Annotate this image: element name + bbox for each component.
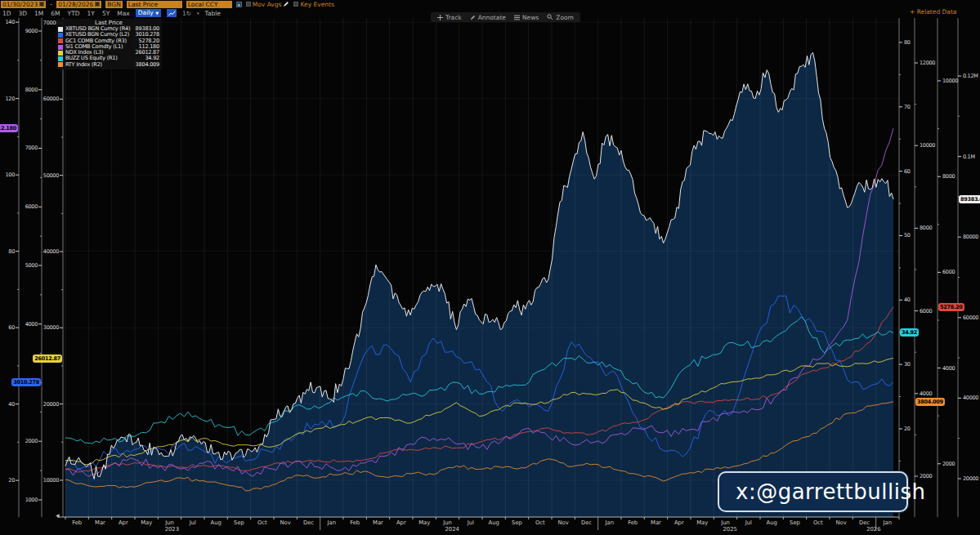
date-range-dash: - [50, 1, 52, 8]
currency-selector[interactable]: Local CCY [186, 1, 232, 8]
axis-tick-label-R4: 40000 [963, 395, 978, 401]
related-data-link[interactable]: + Related Data [910, 8, 956, 16]
mov-avgs-toggle[interactable]: Mov Avgs [246, 1, 290, 8]
axis-tick-label-R2: 8000 [920, 225, 932, 231]
calendar-icon[interactable] [95, 2, 100, 7]
price-source-field[interactable]: BGN [105, 1, 122, 8]
watermark-box: x:@garrettbullish [718, 471, 908, 512]
axis-tick-label-L1: 60 [8, 324, 15, 331]
axis-tick-label-R1: 50 [904, 232, 911, 239]
axis-tick-label-L2: 7000 [25, 145, 38, 151]
axis-tick-label-R2: 10000 [920, 142, 935, 149]
axis-tick-label-R1: 30 [904, 361, 911, 368]
legend-series-value: 3804.009 [136, 62, 159, 68]
end-date-field[interactable]: 01/28/2026 [56, 1, 101, 8]
calendar-icon[interactable] [39, 2, 44, 7]
axis-tick-label-L1: 20 [8, 477, 15, 484]
x-axis-month-label: Nov [280, 519, 291, 526]
news-button[interactable]: News [512, 14, 541, 21]
last-price-label-l1: 112.180 [0, 124, 18, 132]
x-axis-month-label: Jan [328, 519, 336, 526]
period-button-1y[interactable]: 1Y [87, 10, 95, 17]
x-axis-month-label: Nov [558, 519, 569, 526]
last-price-label-l3: 26012.87 [33, 354, 62, 363]
x-axis-month-label: Jan [884, 519, 892, 526]
chart-type-icon[interactable] [167, 9, 177, 17]
period-button-5y[interactable]: 5Y [102, 10, 110, 17]
x-axis-month-label: Jul [190, 519, 196, 526]
axis-tick-label-L3: 50000 [43, 172, 59, 179]
axis-tick-label-R1: 20 [904, 426, 911, 432]
axis-tick-label-L2: 5000 [25, 262, 38, 269]
x-axis-year-label: 2025 [723, 526, 737, 533]
axis-tick-label-R1: 70 [904, 104, 911, 110]
x-axis-month-label: Sep [512, 519, 522, 526]
legend-swatch [58, 62, 63, 67]
period-button-6m[interactable]: 6M [51, 10, 60, 17]
axis-tick-label-R2: 6000 [920, 308, 932, 314]
axis-tick-label-L3: 30000 [43, 324, 59, 331]
key-events-toggle[interactable]: Key Events [293, 1, 333, 8]
axis-tick-label-L1: 100 [5, 172, 15, 178]
mov-avgs-checkbox[interactable] [246, 2, 251, 7]
key-events-checkbox[interactable] [293, 2, 298, 7]
x-axis-month-label: Jun [165, 519, 174, 526]
axis-tick-label-R1: 60 [904, 168, 911, 175]
chart-plot-area[interactable] [0, 0, 980, 535]
x-axis-month-label: Apr [119, 519, 128, 526]
start-date-field[interactable]: 01/30/2023 [1, 1, 46, 8]
x-axis-month-label: Aug [489, 519, 499, 526]
period-button-1m[interactable]: 1M [34, 10, 43, 17]
x-axis-month-label: Jun [443, 519, 452, 526]
axis-tick-label-L2: 4000 [25, 321, 38, 328]
track-button[interactable]: Track [435, 14, 464, 21]
chart-mini-toolbar: Track Annotate News Zoom [431, 12, 580, 22]
axis-tick-label-L1: 140 [5, 19, 15, 25]
last-price-label-r1: 34.92 [900, 328, 919, 337]
period-buttons: 1D3D1M6MYTD1Y5YMax [2, 10, 130, 17]
pencil-icon[interactable] [283, 1, 289, 7]
legend-box[interactable]: Last Price XBTUSD BGN Curncy (R4)89383.0… [56, 19, 162, 69]
period-button-1d[interactable]: 1D [2, 10, 11, 17]
x-axis-month-label: May [696, 519, 708, 526]
axis-tick-label-R4: 0.12M [963, 73, 978, 79]
x-axis-month-label: Mar [95, 519, 105, 526]
axis-tick-label-R2: 2000 [920, 473, 932, 479]
axis-tick-label-L2: 8000 [25, 87, 38, 93]
legend-swatch [58, 33, 63, 38]
x-axis-year-label: 2024 [445, 526, 459, 533]
x-axis-month-label: Apr [396, 519, 406, 526]
legend-swatch [58, 38, 63, 43]
x-axis-month-label: Mar [651, 519, 661, 526]
axis-tick-label-R2: 4000 [920, 390, 932, 397]
x-axis-month-label: Oct [813, 519, 823, 526]
period-button-ytd[interactable]: YTD [68, 10, 80, 17]
period-button-3d[interactable]: 3D [19, 10, 28, 17]
axis-tick-label-L1: 80 [8, 248, 15, 255]
last-price-label-r2: 3804.009 [915, 398, 945, 406]
x-axis-month-label: Jun [721, 519, 730, 526]
axis-tick-label-R1: 40 [904, 296, 911, 303]
frequency-dropdown[interactable]: Daily ▼ [136, 9, 161, 17]
x-axis-month-label: Jan [606, 519, 614, 526]
legend-swatch [58, 56, 63, 61]
panel-count-control[interactable]: 1↻ [182, 10, 191, 17]
toolbar-row-1: 01/30/2023 - 01/28/2026 BGN Last Price L… [0, 0, 980, 8]
axis-tick-label-L2: 2000 [25, 438, 38, 444]
currency-dropdown-icon[interactable]: ▾ [236, 2, 242, 7]
period-button-max[interactable]: Max [117, 10, 130, 17]
field-selector[interactable]: Last Price [127, 1, 182, 8]
last-price-label-r3: 5278.20 [938, 303, 964, 311]
x-axis-month-label: Oct [257, 519, 267, 526]
more-options-arrow[interactable]: ▾ [197, 11, 199, 16]
x-axis-month-label: Mar [373, 519, 383, 526]
x-axis-month-label: Sep [234, 519, 244, 526]
table-button[interactable]: Table [205, 10, 221, 17]
annotate-button[interactable]: Annotate [468, 14, 508, 21]
zoom-button[interactable]: Zoom [544, 14, 576, 21]
legend-row[interactable]: RTY Index (R2)3804.009 [58, 62, 159, 68]
axis-tick-label-R3: 2000 [942, 461, 955, 467]
x-axis-month-label: May [418, 519, 430, 526]
x-axis-month-label: Feb [628, 519, 638, 526]
news-list-icon [514, 15, 520, 20]
